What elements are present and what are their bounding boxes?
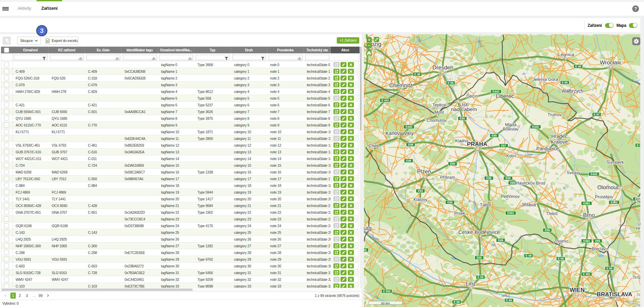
svg-text:Plzeň: Plzeň: [417, 168, 431, 174]
svg-text:E 67: E 67: [594, 113, 600, 116]
svg-text:Jihlava: Jihlava: [521, 202, 536, 207]
svg-text:a: a: [188, 58, 189, 60]
svg-text:E 59: E 59: [558, 257, 564, 260]
svg-text:burg: burg: [364, 225, 372, 231]
svg-text:E442: E442: [532, 125, 539, 129]
svg-text:Liberec: Liberec: [496, 93, 514, 99]
svg-text:E65: E65: [595, 239, 600, 243]
svg-text:Písek: Písek: [454, 211, 465, 216]
svg-text:BRATISLAVA: BRATISLAVA: [597, 291, 632, 298]
svg-text:Trna: Trna: [633, 275, 640, 280]
svg-text:a: a: [115, 58, 117, 60]
svg-text:E55: E55: [460, 117, 465, 120]
svg-text:PRAHA: PRAHA: [467, 141, 487, 147]
svg-text:E49: E49: [447, 201, 452, 204]
svg-text:Kladno: Kladno: [455, 139, 468, 143]
svg-text:Pardubice: Pardubice: [536, 146, 559, 151]
svg-text:a: a: [152, 58, 153, 60]
svg-text:Wrocław: Wrocław: [600, 59, 621, 65]
svg-text:Králové: Králové: [551, 139, 568, 145]
svg-text:a: a: [79, 58, 80, 60]
svg-text:E461: E461: [583, 239, 590, 243]
svg-text:E 552: E 552: [383, 290, 390, 293]
svg-text:Tábor: Tábor: [480, 202, 492, 207]
svg-text:E442: E442: [591, 172, 597, 176]
svg-text:E 67: E 67: [637, 144, 640, 147]
svg-text:Svitavy: Svitavy: [567, 170, 581, 175]
svg-text:E65: E65: [510, 181, 515, 185]
svg-text:Děčín: Děčín: [466, 94, 478, 99]
svg-text:WIEN: WIEN: [570, 287, 585, 293]
svg-text:E442: E442: [406, 125, 412, 129]
svg-text:E50: E50: [364, 248, 367, 252]
svg-text:E 56: E 56: [454, 300, 460, 304]
svg-text:E55: E55: [476, 256, 481, 259]
svg-text:E50: E50: [505, 176, 510, 180]
svg-text:Karlovy Vary: Karlovy Vary: [385, 130, 414, 136]
svg-text:Přer: Přer: [636, 197, 640, 202]
svg-text:Legnica: Legnica: [558, 52, 574, 57]
svg-text:Pelhřimov: Pelhřimov: [501, 194, 520, 199]
svg-text:Mladá: Mladá: [505, 122, 516, 127]
svg-text:Prostějov: Prostějov: [595, 194, 613, 199]
svg-text:E55: E55: [486, 176, 491, 180]
svg-text:E 55: E 55: [477, 275, 484, 279]
svg-text:E 60: E 60: [506, 299, 512, 302]
svg-text:Most: Most: [434, 110, 444, 115]
svg-text:Příbram: Příbram: [440, 175, 455, 180]
svg-text:Dresden: Dresden: [432, 64, 453, 70]
svg-text:onau: onau: [502, 293, 509, 298]
svg-text:Olomouc: Olomouc: [597, 184, 619, 190]
svg-text:Trutnov: Trutnov: [548, 112, 562, 117]
svg-text:E461: E461: [583, 202, 590, 205]
svg-text:Boleslav: Boleslav: [503, 127, 519, 132]
svg-text:nad Labem: nad Labem: [451, 106, 477, 112]
svg-text:E65: E65: [492, 134, 497, 137]
svg-text:Šumperk: Šumperk: [606, 160, 624, 165]
svg-text:Brno: Brno: [583, 212, 595, 218]
svg-text:E 65: E 65: [606, 267, 612, 270]
svg-text:Břeclav: Břeclav: [592, 247, 606, 251]
svg-text:E551: E551: [507, 211, 514, 215]
svg-text:Wałbrzych: Wałbrzych: [562, 88, 584, 94]
svg-text:E 55: E 55: [448, 81, 454, 85]
svg-text:Teplice: Teplice: [432, 102, 446, 107]
svg-text:Chomutov: Chomutov: [426, 118, 447, 123]
svg-text:E 65: E 65: [562, 81, 568, 84]
svg-text:Havlíčkův Brod: Havlíčkův Brod: [516, 181, 545, 186]
svg-text:E 461: E 461: [583, 272, 590, 276]
svg-text:České Budějovice: České Budějovice: [458, 229, 500, 235]
svg-text:a: a: [297, 58, 299, 60]
svg-text:E 40: E 40: [575, 65, 581, 68]
svg-text:Kolín: Kolín: [506, 154, 516, 158]
svg-text:c: c: [191, 58, 192, 60]
svg-text:c: c: [82, 58, 83, 60]
svg-text:Linz: Linz: [466, 280, 476, 287]
svg-text:E 40: E 40: [414, 72, 420, 76]
svg-text:Chemnitz: Chemnitz: [389, 82, 413, 88]
svg-text:Jelenia Góra: Jelenia Góra: [533, 77, 558, 82]
svg-text:E48: E48: [408, 143, 413, 146]
svg-text:Klatovy: Klatovy: [414, 197, 428, 202]
svg-text:E 441: E 441: [381, 99, 389, 102]
svg-text:Hra: Hra: [636, 226, 640, 231]
svg-text:E 49: E 49: [525, 254, 532, 257]
svg-text:E59: E59: [545, 228, 550, 232]
svg-text:E49: E49: [498, 239, 503, 242]
svg-text:c: c: [154, 58, 156, 60]
svg-text:c: c: [301, 58, 302, 60]
svg-text:Hradec: Hradec: [551, 133, 568, 139]
svg-text:E53: E53: [418, 189, 423, 193]
svg-text:E67: E67: [501, 144, 506, 147]
svg-text:E49: E49: [406, 159, 411, 162]
svg-text:Uh: Uh: [638, 222, 640, 226]
svg-text:Znojmo: Znojmo: [554, 239, 568, 244]
svg-text:Třebíč: Třebíč: [546, 211, 558, 216]
svg-text:E50: E50: [450, 162, 455, 165]
svg-text:c: c: [118, 58, 120, 60]
svg-text:Cheb: Cheb: [368, 143, 379, 148]
